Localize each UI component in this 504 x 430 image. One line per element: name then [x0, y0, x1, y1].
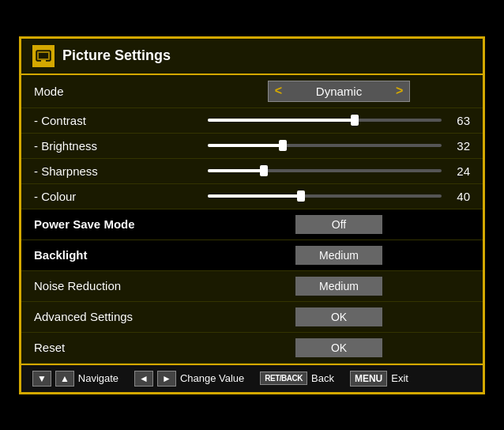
mode-selector[interactable]: < Dynamic > — [268, 81, 411, 102]
power-save-value: Off — [295, 215, 382, 234]
brightness-row[interactable]: - Brightness 32 — [21, 134, 483, 159]
brightness-slider-container[interactable]: 32 — [208, 139, 470, 153]
contrast-track — [208, 119, 442, 122]
backlight-row[interactable]: Backlight Medium — [21, 240, 483, 271]
reset-value-container: OK — [208, 338, 470, 357]
change-right-key: ► — [157, 371, 176, 387]
noise-reduction-label: Noise Reduction — [34, 279, 208, 292]
advanced-settings-label: Advanced Settings — [34, 310, 208, 323]
noise-reduction-row[interactable]: Noise Reduction Medium — [21, 271, 483, 302]
change-value-label: Change Value — [180, 372, 244, 384]
change-left-key: ◄ — [134, 371, 153, 387]
navigate-up-key: ▲ — [55, 371, 74, 387]
sharpness-label: - Sharpness — [34, 164, 208, 178]
contrast-row[interactable]: - Contrast 63 — [21, 108, 483, 134]
footer: ▼ ▲ Navigate ◄ ► Change Value RET/BACK B… — [21, 364, 483, 392]
sharpness-row[interactable]: - Sharpness 24 — [21, 159, 483, 184]
sharpness-track — [208, 169, 442, 172]
reset-label: Reset — [34, 341, 208, 354]
mode-right-arrow[interactable]: > — [389, 81, 409, 100]
contrast-slider-container[interactable]: 63 — [208, 114, 470, 127]
picture-icon — [32, 45, 55, 67]
exit-label: Exit — [391, 372, 408, 384]
picture-settings-panel: Picture Settings Mode < Dynamic > - Cont… — [19, 36, 485, 394]
advanced-settings-row[interactable]: Advanced Settings OK — [21, 302, 483, 333]
panel-header: Picture Settings — [21, 39, 483, 75]
svg-rect-4 — [41, 60, 46, 62]
change-value-hint: ◄ ► Change Value — [134, 371, 244, 387]
contrast-label: - Contrast — [34, 114, 208, 127]
colour-value: 40 — [448, 190, 470, 203]
power-save-value-container: Off — [208, 215, 470, 234]
power-save-label: Power Save Mode — [34, 217, 208, 231]
back-label: Back — [311, 372, 334, 384]
exit-hint: MENU Exit — [350, 371, 408, 387]
colour-track — [208, 194, 442, 198]
menu-key: MENU — [350, 371, 387, 387]
mode-label: Mode — [34, 85, 208, 98]
colour-slider-container[interactable]: 40 — [208, 190, 470, 203]
advanced-settings-value-container: OK — [208, 307, 470, 326]
mode-value: Dynamic — [291, 81, 386, 101]
colour-label: - Colour — [34, 190, 208, 203]
backlight-value-container: Medium — [208, 246, 470, 265]
backlight-label: Backlight — [34, 248, 208, 262]
power-save-row[interactable]: Power Save Mode Off — [21, 209, 483, 240]
navigate-hint: ▼ ▲ Navigate — [32, 371, 118, 387]
sharpness-value: 24 — [448, 164, 470, 178]
svg-rect-3 — [39, 53, 48, 58]
mode-left-arrow[interactable]: < — [269, 81, 288, 100]
reset-value: OK — [295, 338, 382, 357]
advanced-settings-value: OK — [295, 307, 382, 326]
colour-row[interactable]: - Colour 40 — [21, 184, 483, 209]
sharpness-slider-container[interactable]: 24 — [208, 164, 470, 178]
brightness-label: - Brightness — [34, 139, 208, 153]
panel-title: Picture Settings — [62, 47, 171, 64]
mode-control[interactable]: < Dynamic > — [208, 81, 470, 102]
mode-row[interactable]: Mode < Dynamic > — [21, 75, 483, 108]
noise-reduction-value-container: Medium — [208, 277, 470, 296]
ret-back-key: RET/BACK — [260, 372, 307, 385]
noise-reduction-value: Medium — [295, 277, 382, 296]
brightness-track — [208, 144, 442, 147]
reset-row[interactable]: Reset OK — [21, 333, 483, 364]
backlight-value: Medium — [295, 246, 382, 265]
navigate-down-key: ▼ — [32, 371, 51, 387]
panel-body: Mode < Dynamic > - Contrast 63 — [21, 75, 483, 364]
contrast-value: 63 — [448, 114, 470, 127]
brightness-value: 32 — [448, 139, 470, 153]
back-hint: RET/BACK Back — [260, 372, 334, 385]
navigate-label: Navigate — [78, 372, 118, 384]
